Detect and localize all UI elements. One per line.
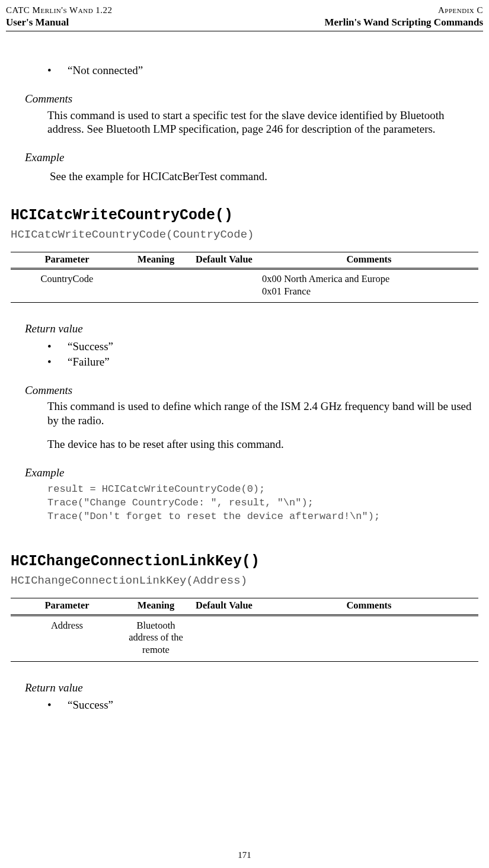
bullet-text: “Not connected” xyxy=(68,63,478,78)
th-comments: Comments xyxy=(260,252,478,269)
example-heading: Example xyxy=(25,150,478,165)
comments-paragraph: This command is used to start a specific… xyxy=(47,108,472,137)
bullet-text: “Success” xyxy=(68,698,478,712)
cell-comments-line: 0x00 North America and Europe xyxy=(262,273,389,284)
return-value-heading: Return value xyxy=(25,681,478,695)
list-item: • “Success” xyxy=(47,339,478,354)
th-parameter: Parameter xyxy=(11,252,123,269)
bullet-text: “Failure” xyxy=(68,355,478,369)
th-meaning: Meaning xyxy=(123,598,188,616)
parameter-table: Parameter Meaning Default Value Comments… xyxy=(11,252,478,303)
cell-parameter: CountryCode xyxy=(11,269,123,303)
table-header-row: Parameter Meaning Default Value Comments xyxy=(11,598,478,616)
header-rule xyxy=(6,31,483,31)
parameter-table: Parameter Meaning Default Value Comments… xyxy=(11,598,478,662)
code-block: result = HCICatcWriteCountryCode(0); Tra… xyxy=(47,483,478,524)
th-comments: Comments xyxy=(260,598,478,616)
table-header-row: Parameter Meaning Default Value Comments xyxy=(11,252,478,269)
comments-heading: Comments xyxy=(25,383,478,398)
command-title: HCIChangeConnectionLinkKey() xyxy=(11,552,478,571)
cell-parameter: Address xyxy=(11,615,123,661)
cell-default xyxy=(188,615,260,661)
page-number: 171 xyxy=(0,850,489,861)
cell-comments: 0x00 North America and Europe 0x01 Franc… xyxy=(260,269,478,303)
comments-paragraph: The device has to be reset after using t… xyxy=(47,437,472,451)
list-item: • “Not connected” xyxy=(47,63,478,78)
comments-heading: Comments xyxy=(25,92,478,106)
example-text: See the example for HCICatcBerTest comma… xyxy=(50,169,478,184)
header-sub-right: Merlin's Wand Scripting Commands xyxy=(325,16,483,28)
header-top-left: CATC Merlin's Wand 1.22 xyxy=(6,5,113,16)
header-sub-left: User's Manual xyxy=(6,16,69,28)
bullet-dot: • xyxy=(47,698,68,712)
bullet-dot: • xyxy=(47,339,68,354)
comments-paragraph: This command is used to define which ran… xyxy=(47,399,472,428)
bullet-dot: • xyxy=(47,355,68,369)
list-item: • “Failure” xyxy=(47,355,478,369)
list-item: • “Success” xyxy=(47,698,478,712)
cell-meaning xyxy=(123,269,188,303)
cell-meaning: Bluetooth address of the remote xyxy=(123,615,188,661)
th-default: Default Value xyxy=(188,598,260,616)
cell-comments-line: 0x01 France xyxy=(262,286,311,297)
th-default: Default Value xyxy=(188,252,260,269)
return-value-heading: Return value xyxy=(25,322,478,336)
command-signature: HCIChangeConnectionLinkKey(Address) xyxy=(11,574,478,588)
command-signature: HCICatcWriteCountryCode(CountryCode) xyxy=(11,228,478,242)
th-parameter: Parameter xyxy=(11,598,123,616)
table-row: Address Bluetooth address of the remote xyxy=(11,615,478,661)
cell-default xyxy=(188,269,260,303)
bullet-dot: • xyxy=(47,63,68,78)
table-row: CountryCode 0x00 North America and Europ… xyxy=(11,269,478,303)
command-title: HCICatcWriteCountryCode() xyxy=(11,206,478,225)
header-top-right: Appendix C xyxy=(438,5,483,16)
th-meaning: Meaning xyxy=(123,252,188,269)
bullet-text: “Success” xyxy=(68,339,478,354)
cell-comments xyxy=(260,615,478,661)
example-heading: Example xyxy=(25,466,478,480)
